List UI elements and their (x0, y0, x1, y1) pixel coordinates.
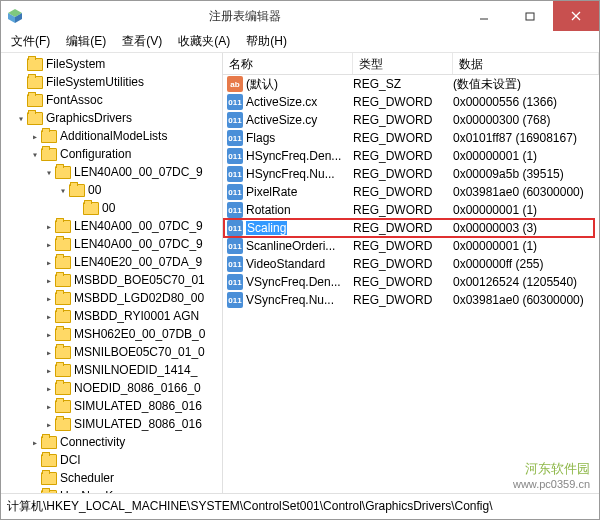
folder-icon (27, 94, 43, 107)
expander-icon[interactable]: ▸ (43, 311, 55, 322)
tree-item[interactable]: ▸Connectivity (1, 433, 222, 451)
folder-icon (83, 202, 99, 215)
dword-value-icon: 011 (227, 148, 243, 164)
expander-icon[interactable]: ▾ (43, 167, 55, 178)
tree-item[interactable]: ▸MSBDD_LGD02D80_00 (1, 289, 222, 307)
folder-icon (41, 472, 57, 485)
tree-item[interactable]: FileSystemUtilities (1, 73, 222, 91)
tree-item[interactable]: FileSystem (1, 55, 222, 73)
tree-item[interactable]: ▸LEN40E20_00_07DA_9 (1, 253, 222, 271)
col-header-data[interactable]: 数据 (453, 53, 599, 74)
value-row[interactable]: 011VSyncFreq.Den...REG_DWORD0x00126524 (… (223, 273, 599, 291)
folder-icon (55, 418, 71, 431)
status-bar: 计算机\HKEY_LOCAL_MACHINE\SYSTEM\ControlSet… (1, 493, 599, 517)
value-row[interactable]: 011VideoStandardREG_DWORD0x000000ff (255… (223, 255, 599, 273)
value-row[interactable]: 011PixelRateREG_DWORD0x03981ae0 (6030000… (223, 183, 599, 201)
col-header-type[interactable]: 类型 (353, 53, 453, 74)
folder-icon (55, 364, 71, 377)
dword-value-icon: 011 (227, 202, 243, 218)
value-type: REG_SZ (353, 77, 453, 91)
expander-icon[interactable]: ▾ (57, 185, 69, 196)
dword-value-icon: 011 (227, 166, 243, 182)
dword-value-icon: 011 (227, 292, 243, 308)
tree-label: Scheduler (60, 471, 114, 485)
tree-item[interactable]: ▸LEN40A00_00_07DC_9 (1, 217, 222, 235)
value-row[interactable]: 011VSyncFreq.Nu...REG_DWORD0x03981ae0 (6… (223, 291, 599, 309)
tree-label: UseNewKey (60, 489, 126, 493)
expander-icon[interactable]: ▸ (43, 419, 55, 430)
menu-file[interactable]: 文件(F) (3, 31, 58, 52)
tree-item[interactable]: DCI (1, 451, 222, 469)
expander-icon[interactable]: ▸ (43, 329, 55, 340)
tree-item[interactable]: ▸AdditionalModeLists (1, 127, 222, 145)
tree-item[interactable]: ▾GraphicsDrivers (1, 109, 222, 127)
tree-item[interactable]: ▸LEN40A00_00_07DC_9 (1, 235, 222, 253)
close-button[interactable] (553, 1, 599, 31)
minimize-button[interactable] (461, 1, 507, 31)
tree-label: Connectivity (60, 435, 125, 449)
value-data: 0x00126524 (1205540) (453, 275, 599, 289)
menu-favorites[interactable]: 收藏夹(A) (170, 31, 238, 52)
expander-icon[interactable]: ▸ (43, 239, 55, 250)
tree-label: LEN40A00_00_07DC_9 (74, 219, 203, 233)
expander-icon[interactable]: ▸ (29, 437, 41, 448)
value-data: 0x00000001 (1) (453, 239, 599, 253)
value-row[interactable]: 011HSyncFreq.Nu...REG_DWORD0x00009a5b (3… (223, 165, 599, 183)
tree-label: FileSystemUtilities (46, 75, 144, 89)
value-name: (默认) (246, 76, 278, 93)
maximize-button[interactable] (507, 1, 553, 31)
col-header-name[interactable]: 名称 (223, 53, 353, 74)
expander-icon[interactable]: ▸ (29, 131, 41, 142)
tree-item[interactable]: Scheduler (1, 469, 222, 487)
folder-icon (55, 238, 71, 251)
value-row[interactable]: 011FlagsREG_DWORD0x0101ff87 (16908167) (223, 129, 599, 147)
tree-item[interactable]: ▸MSBDD_BOE05C70_01 (1, 271, 222, 289)
value-row[interactable]: 011ScanlineOrderi...REG_DWORD0x00000001 … (223, 237, 599, 255)
expander-icon[interactable]: ▸ (43, 221, 55, 232)
expander-icon[interactable]: ▸ (43, 293, 55, 304)
expander-icon[interactable]: ▸ (43, 365, 55, 376)
expander-icon[interactable]: ▾ (29, 149, 41, 160)
expander-icon[interactable]: ▸ (43, 383, 55, 394)
tree-item[interactable]: ▸MSNILBOE05C70_01_0 (1, 343, 222, 361)
value-name: HSyncFreq.Den... (246, 149, 341, 163)
value-row[interactable]: 011ActiveSize.cyREG_DWORD0x00000300 (768… (223, 111, 599, 129)
value-name: VideoStandard (246, 257, 325, 271)
value-row[interactable]: 011ActiveSize.cxREG_DWORD0x00000556 (136… (223, 93, 599, 111)
menu-bar: 文件(F) 编辑(E) 查看(V) 收藏夹(A) 帮助(H) (1, 31, 599, 53)
value-row[interactable]: 011RotationREG_DWORD0x00000001 (1) (223, 201, 599, 219)
tree-item[interactable]: 00 (1, 199, 222, 217)
tree-item[interactable]: ▸MSBDD_RYI0001 AGN (1, 307, 222, 325)
expander-icon[interactable]: ▸ (43, 347, 55, 358)
value-type: REG_DWORD (353, 131, 453, 145)
menu-edit[interactable]: 编辑(E) (58, 31, 114, 52)
tree-item[interactable]: ▸MSH062E0_00_07DB_0 (1, 325, 222, 343)
value-row[interactable]: 011HSyncFreq.Den...REG_DWORD0x00000001 (… (223, 147, 599, 165)
value-row[interactable]: 011ScalingREG_DWORD0x00000003 (3) (223, 219, 599, 237)
value-data: 0x00000003 (3) (453, 221, 599, 235)
tree-item[interactable]: ▾00 (1, 181, 222, 199)
tree-label: 00 (102, 201, 115, 215)
tree-item[interactable]: UseNewKey (1, 487, 222, 493)
value-name: Rotation (246, 203, 291, 217)
expander-icon[interactable]: ▸ (43, 275, 55, 286)
tree-item[interactable]: ▸SIMULATED_8086_016 (1, 397, 222, 415)
expander-icon[interactable]: ▸ (43, 257, 55, 268)
value-type: REG_DWORD (353, 239, 453, 253)
tree-item[interactable]: ▾LEN40A00_00_07DC_9 (1, 163, 222, 181)
tree-item[interactable]: ▾Configuration (1, 145, 222, 163)
tree-item[interactable]: ▸NOEDID_8086_0166_0 (1, 379, 222, 397)
tree-item[interactable]: FontAssoc (1, 91, 222, 109)
tree-item[interactable]: ▸SIMULATED_8086_016 (1, 415, 222, 433)
value-name: HSyncFreq.Nu... (246, 167, 335, 181)
value-type: REG_DWORD (353, 221, 453, 235)
tree-item[interactable]: ▸MSNILNOEDID_1414_ (1, 361, 222, 379)
menu-view[interactable]: 查看(V) (114, 31, 170, 52)
tree-label: MSBDD_BOE05C70_01 (74, 273, 205, 287)
value-row[interactable]: ab(默认)REG_SZ(数值未设置) (223, 75, 599, 93)
expander-icon[interactable]: ▾ (15, 113, 27, 124)
expander-icon[interactable]: ▸ (43, 401, 55, 412)
tree-panel[interactable]: FileSystemFileSystemUtilitiesFontAssoc▾G… (1, 53, 223, 493)
value-type: REG_DWORD (353, 203, 453, 217)
menu-help[interactable]: 帮助(H) (238, 31, 295, 52)
